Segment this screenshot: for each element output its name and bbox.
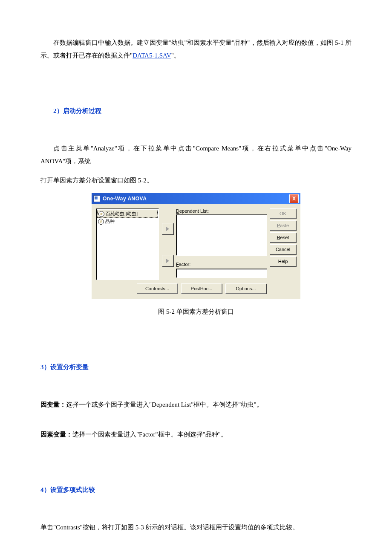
arrow-right-icon [166,259,169,263]
move-to-dependent-button[interactable] [162,223,173,234]
variable-item[interactable]: # 品种 [97,218,158,225]
section-4-para: 单击"Contrasts"按钮，将打开如图 5-3 所示的对话框。该对话框用于设… [40,521,352,534]
text: 选择一个或多个因子变量进入"Dependent List"框中。本例选择"幼虫"… [66,401,263,408]
ok-button[interactable]: OK [270,208,296,219]
text: 在数据编辑窗口中输入数据。建立因变量"幼虫"和因素水平变量"品种"，然后输入对应… [40,39,352,59]
posthoc-button[interactable]: Post Hoc... [181,283,222,294]
contrasts-button[interactable]: Contrasts... [137,283,178,294]
text: "。 [171,52,180,59]
section-3-heading: 3）设置分析变量 [40,361,352,373]
cancel-button[interactable]: Cancel [270,244,296,254]
intro-paragraph: 在数据编辑窗口中输入数据。建立因变量"幼虫"和因素水平变量"品种"，然后输入对应… [40,36,352,62]
options-button[interactable]: Options... [225,283,266,294]
close-icon: X [292,196,296,202]
variable-listbox[interactable]: # 百苑幼虫 [幼虫] # 品种 [96,208,159,280]
help-button[interactable]: Help [270,256,296,266]
label: 因素变量： [40,431,72,438]
numeric-icon: # [98,211,104,217]
factor-input[interactable] [176,269,267,278]
figure-caption: 图 5-2 单因素方差分析窗口 [40,305,352,318]
move-to-factor-button[interactable] [162,255,173,266]
label: 因变量： [40,401,66,408]
dialog-titlebar: One-Way ANOVA X [92,193,300,204]
section-2-para-a: 点击主菜单"Analyze"项，在下拉菜单中点击"Compare Means"项… [40,142,352,168]
factor-variable-desc: 因素变量：选择一个因素变量进入"Factor"框中。本例选择"品种"。 [40,428,352,441]
variable-label: 百苑幼虫 [幼虫] [106,211,138,217]
section-2-heading: 2）启动分析过程 [40,104,352,117]
variable-label: 品种 [105,218,115,225]
dependent-listbox[interactable] [176,214,267,256]
dependent-variable-desc: 因变量：选择一个或多个因子变量进入"Dependent List"框中。本例选择… [40,398,352,411]
app-icon [93,195,100,202]
data-file-link[interactable]: DATA5-1.SAV [133,52,171,59]
text: 选择一个因素变量进入"Factor"框中。本例选择"品种"。 [72,431,227,438]
section-2-para-b: 打开单因素方差分析设置窗口如图 5-2。 [40,174,352,187]
section-4-heading: 4）设置多项式比较 [40,483,352,496]
close-button[interactable]: X [289,194,299,203]
reset-button[interactable]: Reset [270,232,296,243]
dependent-list-label: Dependent List: [176,208,267,214]
numeric-icon: # [98,219,104,225]
arrow-right-icon [166,227,169,231]
factor-label: Factor: [176,262,267,267]
oneway-anova-dialog: One-Way ANOVA X # 百苑幼虫 [幼虫] # 品种 [92,193,300,299]
variable-item[interactable]: # 百苑幼虫 [幼虫] [97,210,158,218]
dialog-title: One-Way ANOVA [103,196,147,202]
paste-button[interactable]: Paste [270,220,296,231]
